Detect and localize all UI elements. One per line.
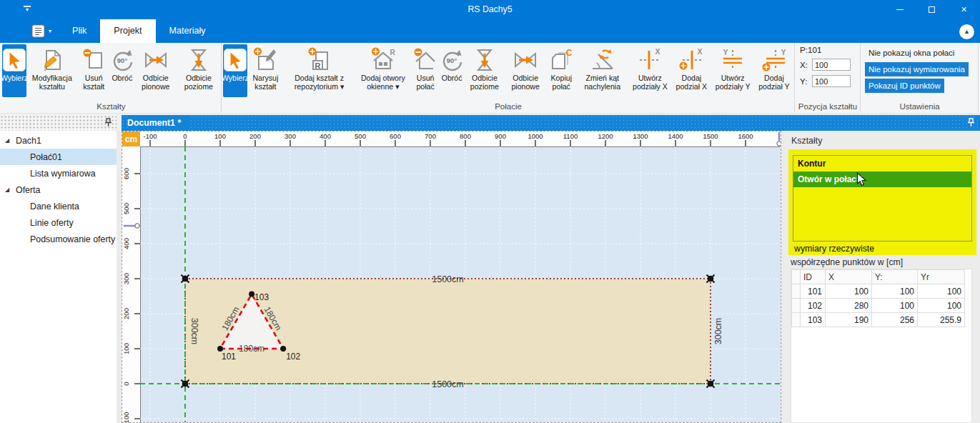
tree-expander-icon[interactable]: ◢ bbox=[5, 186, 16, 193]
pin-icon[interactable] bbox=[967, 118, 975, 129]
contour-handle[interactable] bbox=[707, 275, 715, 283]
sidebar-splitter[interactable] bbox=[117, 131, 122, 423]
minimize-icon bbox=[896, 9, 904, 11]
table-cell: 102 bbox=[801, 299, 826, 313]
table-cell: 190 bbox=[826, 313, 872, 327]
table-row[interactable]: 101100100100 bbox=[792, 284, 965, 299]
svg-text:600: 600 bbox=[390, 132, 401, 140]
usuń-kształt-button[interactable]: Usuń kształt bbox=[78, 44, 110, 97]
odbicie-pionowe-button[interactable]: Odbicie pionowe bbox=[134, 44, 177, 97]
x-position-input[interactable] bbox=[812, 59, 851, 71]
tree-item-label: Dach1 bbox=[16, 136, 41, 146]
sidebar-item-podsumowanie-oferty[interactable]: Podsumowanie oferty bbox=[0, 231, 117, 247]
shape-item-kontur[interactable]: Kontur bbox=[793, 156, 971, 171]
table-header-row: IDXY:Yr bbox=[792, 270, 965, 284]
pin-icon[interactable] bbox=[104, 118, 112, 129]
wybierz-button[interactable]: Wybierz bbox=[223, 44, 247, 97]
table-row[interactable]: 103190256255.9 bbox=[792, 313, 965, 327]
sidebar-item-linie-oferty[interactable]: Linie oferty bbox=[0, 214, 117, 231]
dodaj-kształt-z-repozytorium-button[interactable]: RDodaj kształt z repozytorium ▾ bbox=[284, 44, 355, 97]
sidebar-item-lista-wymiarowa[interactable]: Lista wymiarowa bbox=[0, 165, 117, 181]
kopiuj-połać-button[interactable]: CKopiuj połać bbox=[546, 44, 577, 97]
usuń-połać-button[interactable]: Usuń połać bbox=[411, 44, 440, 97]
svg-text:0: 0 bbox=[122, 382, 130, 385]
sidebar-grip[interactable] bbox=[0, 115, 117, 131]
svg-text:400: 400 bbox=[122, 238, 130, 249]
wybierz-button[interactable]: Wybierz bbox=[2, 44, 26, 97]
table-cell: 280 bbox=[826, 299, 872, 313]
minimize-button[interactable] bbox=[884, 0, 916, 19]
button-label: Usuń połać bbox=[412, 74, 438, 91]
svg-text:90°: 90° bbox=[447, 56, 457, 64]
button-label: Narysuj kształt bbox=[249, 74, 282, 91]
odbicie-poziome-button[interactable]: Odbicie poziome bbox=[464, 44, 505, 97]
odbicie-poziome-button[interactable]: Odbicie poziome bbox=[177, 44, 220, 97]
shapes-panel-title: Kształty bbox=[791, 136, 822, 146]
maximize-icon bbox=[929, 6, 935, 13]
table-cell: 256 bbox=[872, 313, 918, 327]
tab-projekt[interactable]: Projekt bbox=[100, 19, 155, 43]
button-label: Kopiuj połać bbox=[548, 74, 575, 91]
drawing-canvas[interactable]: 1500cm1500cm300cm300cm180cm180cm180cm101… bbox=[140, 146, 781, 422]
shape-item-otwór-w-połaci1[interactable]: Otwór w połaci1 bbox=[793, 171, 971, 187]
svg-text:100: 100 bbox=[122, 343, 130, 354]
project-tree: ◢Dach1Połać01Lista wymiarowa◢OfertaDane … bbox=[0, 131, 117, 423]
tab-plik[interactable]: Plik bbox=[59, 19, 100, 43]
button-label: Odbicie poziome bbox=[179, 74, 219, 91]
pokazuj-id-punktów-toggle[interactable]: Pokazuj ID punktów bbox=[865, 79, 944, 93]
maximize-button[interactable] bbox=[916, 0, 948, 19]
delete-shape-icon bbox=[81, 46, 107, 74]
shapes-box: KonturOtwór w połaci1 wymiary rzeczywist… bbox=[788, 149, 976, 255]
nie-pokazuj-okna-połaci-toggle[interactable]: Nie pokazuj okna połaci bbox=[865, 46, 958, 60]
contour-handle[interactable] bbox=[182, 380, 189, 388]
tab-materiały[interactable]: Materiały bbox=[156, 19, 219, 43]
ribbon-tab-bar: ▾ PlikProjektMateriały ▲ bbox=[0, 19, 980, 43]
button-label: Utwórz podziały X bbox=[630, 74, 670, 91]
narysuj-kształt-button[interactable]: Narysuj kształt bbox=[247, 44, 284, 97]
y-position-input[interactable] bbox=[812, 75, 851, 87]
create-splits-y-icon: Y bbox=[720, 46, 746, 74]
odbicie-pionowe-button[interactable]: Odbicie pionowe bbox=[505, 44, 546, 97]
hole-point-101[interactable] bbox=[217, 346, 223, 352]
zmień-kąt-nachylenia-button[interactable]: Zmień kąt nachylenia bbox=[577, 44, 628, 97]
contour-handle[interactable] bbox=[707, 380, 715, 388]
modyfikacja-kształtu-button[interactable]: Modyfikacja kształtu bbox=[26, 44, 78, 97]
utwórz-podziały-x-button[interactable]: XUtwórz podziały X bbox=[628, 44, 672, 97]
table-cell: 100 bbox=[918, 299, 965, 313]
utwórz-podziały-y-button[interactable]: YUtwórz podziały Y bbox=[711, 44, 754, 97]
dodaj-podział-x-button[interactable]: XDodaj podział X bbox=[672, 44, 711, 97]
table-cell: 255.9 bbox=[918, 313, 965, 327]
button-label: Dodaj podział X bbox=[673, 74, 709, 91]
sidebar-item-dane-klienta[interactable]: Dane klienta bbox=[0, 198, 117, 214]
contour-handle[interactable] bbox=[182, 275, 189, 283]
tree-expander-icon[interactable]: ◢ bbox=[5, 137, 16, 144]
obróć-button[interactable]: 90°Obróć bbox=[440, 44, 464, 97]
window-title: RS Dachy5 bbox=[0, 0, 980, 19]
dodaj-otwory-okienne-button[interactable]: RDodaj otwory okienne ▾ bbox=[355, 44, 412, 97]
hole-point-103[interactable] bbox=[249, 292, 254, 297]
ribbon-collapse-button[interactable]: ▲ bbox=[959, 24, 974, 39]
select-cursor-icon bbox=[222, 46, 248, 74]
sidebar-item-dach1[interactable]: ◢Dach1 bbox=[0, 132, 117, 149]
obróć-button[interactable]: 90°Obróć bbox=[110, 44, 134, 97]
dim-left: 300cm bbox=[189, 318, 199, 345]
document-tab[interactable]: Document1 * bbox=[127, 115, 188, 131]
tree-item-label: Połać01 bbox=[30, 152, 62, 162]
svg-text:1300: 1300 bbox=[633, 132, 648, 140]
sidebar-item-połać01[interactable]: Połać01 bbox=[0, 149, 117, 165]
app-menu-button[interactable]: ▾ bbox=[29, 19, 54, 43]
svg-text:90°: 90° bbox=[117, 56, 128, 64]
button-label: Usuń kształt bbox=[79, 74, 109, 91]
vertical-ruler: 6005004003002001000-100 bbox=[122, 146, 140, 422]
mirror-vertical-icon bbox=[143, 46, 169, 74]
nie-pokazuj-wymiarowania-toggle[interactable]: Nie pokazuj wymiarowania bbox=[865, 62, 969, 76]
dodaj-podział-y-button[interactable]: YDodaj podział Y bbox=[755, 44, 793, 97]
mouse-cursor bbox=[856, 172, 868, 187]
table-cell: 103 bbox=[801, 313, 826, 327]
close-button[interactable]: ✕ bbox=[948, 0, 980, 19]
hole-point-102[interactable] bbox=[280, 346, 286, 352]
document-window: cm -100010020030040050060070080090010001… bbox=[122, 131, 781, 423]
button-label: Dodaj podział Y bbox=[756, 74, 792, 91]
sidebar-item-oferta[interactable]: ◢Oferta bbox=[0, 181, 117, 198]
table-row[interactable]: 102280100100 bbox=[792, 299, 965, 313]
